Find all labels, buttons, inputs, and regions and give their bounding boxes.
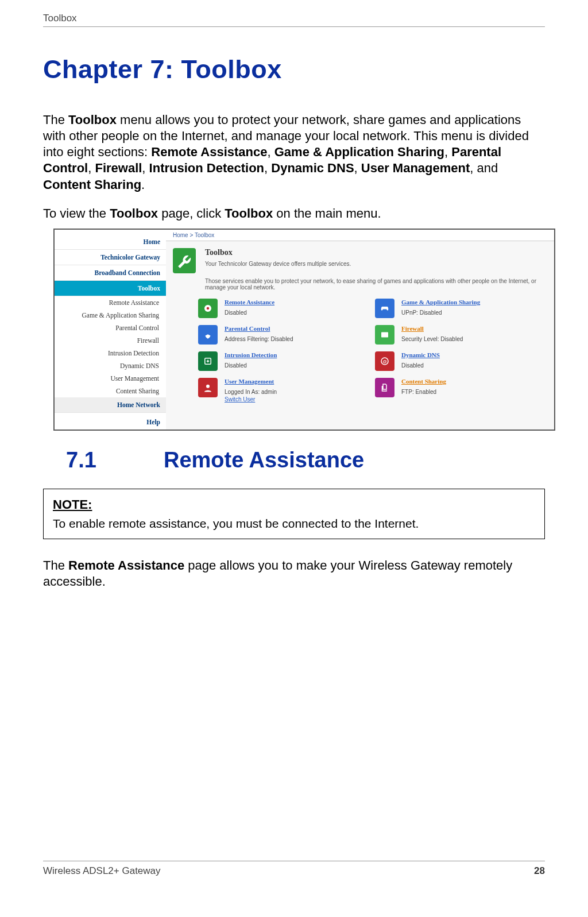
sidebar: Home Technicolor Gateway Broadband Conne… xyxy=(55,230,166,430)
sidebar-item-remote-assistance[interactable]: Remote Assistance xyxy=(55,296,166,309)
sidebar-item-gateway[interactable]: Technicolor Gateway xyxy=(55,250,166,265)
bold: Dynamic DNS xyxy=(271,161,354,175)
sidebar-item-content-sharing[interactable]: Content Sharing xyxy=(55,385,166,397)
svg-point-1 xyxy=(207,307,210,310)
link-parental-control[interactable]: Parental Control xyxy=(225,325,293,332)
svg-rect-2 xyxy=(381,332,388,337)
screenshot-title: Toolbox xyxy=(205,248,547,257)
bold: Remote Assistance xyxy=(68,558,184,572)
screenshot-desc: Those services enable you to protect you… xyxy=(166,278,554,294)
link-user-management[interactable]: User Management xyxy=(225,378,277,385)
status-firewall: Security Level: Disabled xyxy=(401,336,463,342)
sidebar-item-help[interactable]: Help xyxy=(55,413,166,430)
footer-product: Wireless ADSL2+ Gateway xyxy=(43,865,161,877)
breadcrumb: Home > Toolbox xyxy=(166,230,554,241)
screenshot-subtitle: Your Technicolor Gateway device offers m… xyxy=(205,261,547,267)
section-heading: 7.1 Remote Assistance xyxy=(66,448,545,473)
bold: Game & Application Sharing xyxy=(274,145,444,159)
text: . xyxy=(141,177,145,192)
toolbox-screenshot: Home Technicolor Gateway Broadband Conne… xyxy=(53,229,555,431)
link-content-sharing[interactable]: Content Sharing xyxy=(401,378,446,385)
parental-control-icon xyxy=(198,325,218,345)
link-intrusion-detection[interactable]: Intrusion Detection xyxy=(225,351,277,358)
status-dynamic-dns: Disabled xyxy=(401,362,440,369)
page-number: 28 xyxy=(534,865,545,877)
text: The xyxy=(43,113,68,127)
bold: Toolbox xyxy=(68,113,117,127)
sidebar-item-intrusion-detection[interactable]: Intrusion Detection xyxy=(55,347,166,359)
note-body: To enable remote assistance, you must be… xyxy=(53,517,535,531)
intro-paragraph-1: The Toolbox menu allows you to protect y… xyxy=(43,112,545,193)
link-firewall[interactable]: Firewall xyxy=(401,325,463,332)
remote-assistance-icon xyxy=(198,299,218,318)
link-switch-user[interactable]: Switch User xyxy=(225,396,277,403)
toolbox-icon xyxy=(173,248,196,273)
text: , and xyxy=(470,161,498,175)
game-sharing-icon xyxy=(375,299,394,318)
sidebar-item-dynamic-dns[interactable]: Dynamic DNS xyxy=(55,359,166,372)
remote-assistance-paragraph: The Remote Assistance page allows you to… xyxy=(43,558,545,590)
user-management-icon xyxy=(198,378,218,397)
sidebar-item-user-management[interactable]: User Management xyxy=(55,372,166,385)
bold: Firewall xyxy=(95,161,142,175)
intrusion-detection-icon xyxy=(198,351,218,371)
footer: Wireless ADSL2+ Gateway 28 xyxy=(43,861,545,877)
sidebar-item-firewall[interactable]: Firewall xyxy=(55,334,166,347)
status-user-management: Logged In As: admin xyxy=(225,389,277,395)
text: page, click xyxy=(158,206,225,220)
running-head: Toolbox xyxy=(43,13,545,27)
section-title: Remote Assistance xyxy=(164,448,364,473)
status-parental-control: Address Filtering: Disabled xyxy=(225,336,293,342)
text: , xyxy=(444,145,451,159)
bold: Remote Assistance xyxy=(151,145,267,159)
sidebar-item-parental-control[interactable]: Parental Control xyxy=(55,322,166,334)
status-intrusion-detection: Disabled xyxy=(225,362,277,369)
status-remote-assistance: Disabled xyxy=(225,309,274,316)
bold: User Management xyxy=(361,161,470,175)
sidebar-item-home-network[interactable]: Home Network xyxy=(55,397,166,413)
bold: Toolbox xyxy=(110,206,158,220)
section-number: 7.1 xyxy=(66,448,164,473)
text: , xyxy=(142,161,149,175)
text: on the main menu. xyxy=(273,206,381,220)
svg-text:@: @ xyxy=(382,359,387,364)
sidebar-item-game-app-sharing[interactable]: Game & Application Sharing xyxy=(55,309,166,322)
status-game-app-sharing: UPnP: Disabled xyxy=(401,309,480,316)
link-remote-assistance[interactable]: Remote Assistance xyxy=(225,299,274,305)
dynamic-dns-icon: @ xyxy=(375,351,394,371)
sidebar-item-toolbox[interactable]: Toolbox xyxy=(55,281,166,296)
note-box: NOTE: To enable remote assistance, you m… xyxy=(43,489,545,539)
sidebar-item-home[interactable]: Home xyxy=(55,234,166,250)
firewall-icon xyxy=(375,325,394,345)
bold: Toolbox xyxy=(225,206,273,220)
status-content-sharing: FTP: Enabled xyxy=(401,389,446,395)
page: Toolbox Chapter 7: Toolbox The Toolbox m… xyxy=(0,0,588,917)
text: To view the xyxy=(43,206,110,220)
screenshot-main: Home > Toolbox Toolbox Your Technicolor … xyxy=(166,230,554,430)
text: , xyxy=(88,161,95,175)
link-dynamic-dns[interactable]: Dynamic DNS xyxy=(401,351,440,358)
text: The xyxy=(43,558,68,572)
intro-paragraph-2: To view the Toolbox page, click Toolbox … xyxy=(43,206,545,222)
sidebar-item-broadband[interactable]: Broadband Connection xyxy=(55,265,166,281)
svg-point-6 xyxy=(206,385,210,388)
content-sharing-icon xyxy=(375,378,394,397)
text: , xyxy=(354,161,361,175)
bold: Intrusion Detection xyxy=(149,161,264,175)
bold: Content Sharing xyxy=(43,177,141,192)
link-game-app-sharing[interactable]: Game & Application Sharing xyxy=(401,299,480,305)
note-label: NOTE: xyxy=(53,497,535,512)
text: , xyxy=(264,161,271,175)
chapter-title: Chapter 7: Toolbox xyxy=(43,55,545,84)
text: , xyxy=(268,145,274,159)
